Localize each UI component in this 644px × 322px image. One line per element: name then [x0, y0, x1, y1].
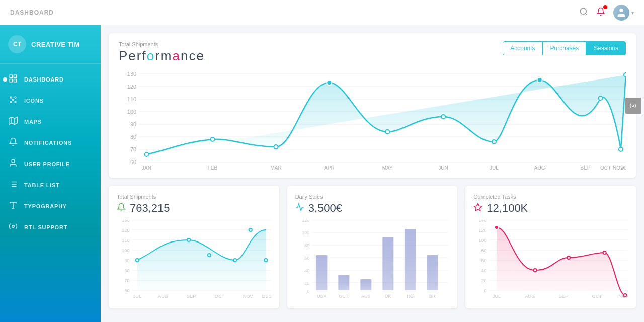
card-total-shipments-chart: 130 120 110 100 90 80 70 60 [117, 220, 271, 300]
sidebar-item-label-maps: MAPS [24, 119, 42, 125]
card-label-daily-sales: Daily Sales [295, 194, 450, 200]
svg-text:120: 120 [122, 228, 129, 233]
svg-text:80: 80 [124, 268, 129, 273]
svg-text:JUL: JUL [493, 294, 501, 299]
svg-text:SEP: SEP [559, 294, 568, 299]
svg-text:AUG: AUG [525, 294, 535, 299]
svg-rect-110 [405, 229, 416, 290]
avatar [613, 5, 629, 21]
svg-text:60: 60 [130, 159, 136, 165]
svg-point-2 [619, 9, 623, 12]
settings-button[interactable] [625, 98, 641, 114]
sidebar-logo: CT [8, 35, 26, 53]
svg-text:OCT: OCT [215, 294, 225, 299]
svg-text:100: 100 [302, 230, 309, 235]
top-chart-card: Total Shipments Performance Accounts Pur… [109, 33, 636, 178]
table-list-icon [8, 180, 18, 191]
svg-text:100: 100 [127, 109, 136, 115]
svg-text:JUL: JUL [133, 294, 141, 299]
sidebar-item-dashboard[interactable]: DASHBOARD [0, 69, 101, 90]
svg-point-45 [385, 130, 389, 134]
card-value-total-shipments: 763,215 [117, 202, 271, 215]
svg-point-7 [13, 99, 14, 101]
sidebar-item-typography[interactable]: TYPOGRAPHY [0, 196, 101, 217]
chart-tabs: Accounts Purchases Sessions [503, 41, 626, 55]
svg-point-135 [495, 225, 499, 229]
avatar-button[interactable]: ▾ [613, 5, 634, 21]
topnav-title: DASHBOARD [10, 9, 579, 16]
svg-point-0 [580, 8, 586, 14]
chart-header: Total Shipments Performance Accounts Pur… [119, 41, 626, 64]
svg-marker-118 [474, 204, 482, 211]
sidebar-item-user-profile[interactable]: USER PROFILE [0, 153, 101, 175]
dashboard-icon [8, 74, 18, 85]
svg-text:NOV: NOV [619, 294, 628, 299]
search-button[interactable] [579, 7, 588, 19]
svg-text:80: 80 [130, 134, 136, 140]
svg-text:JAN: JAN [142, 165, 151, 170]
svg-text:UK: UK [385, 294, 391, 299]
svg-text:MAY: MAY [382, 165, 393, 170]
svg-text:USA: USA [317, 294, 327, 299]
sidebar-item-label-icons: ICONS [24, 98, 44, 104]
sidebar-item-notifications[interactable]: NOTIFICATIONS [0, 132, 101, 153]
svg-text:110: 110 [122, 238, 129, 243]
card-daily-sales-value: 3,500€ [308, 202, 342, 215]
tab-accounts[interactable]: Accounts [503, 41, 542, 55]
card-completed-tasks: Completed Tasks 12,100K [465, 186, 636, 308]
svg-text:90: 90 [124, 258, 129, 263]
svg-point-82 [187, 238, 190, 242]
sidebar-item-maps[interactable]: MAPS [0, 111, 101, 132]
icons-icon [8, 95, 18, 106]
svg-text:20: 20 [304, 281, 309, 286]
svg-point-83 [208, 254, 211, 257]
svg-point-51 [624, 73, 626, 77]
svg-text:DEC: DEC [620, 165, 626, 170]
sidebar-item-label-user-profile: USER PROFILE [24, 161, 70, 167]
notifications-sidebar-icon [8, 137, 18, 148]
svg-point-15 [12, 159, 15, 163]
chart-title-block: Total Shipments Performance [119, 41, 205, 64]
svg-text:OCT: OCT [592, 294, 602, 299]
svg-rect-109 [382, 237, 393, 290]
typography-icon [8, 201, 18, 212]
svg-point-50 [619, 147, 623, 151]
sidebar-item-table-list[interactable]: TABLE LIST [0, 175, 101, 196]
svg-text:20: 20 [481, 278, 487, 283]
svg-point-138 [603, 251, 606, 254]
sidebar-item-rtl-support[interactable]: RTL SUPPORT [0, 217, 101, 238]
card-total-shipments-value: 763,215 [130, 202, 170, 215]
svg-point-81 [136, 259, 139, 262]
svg-rect-3 [10, 75, 12, 77]
sales-icon [295, 203, 304, 214]
svg-rect-111 [427, 255, 438, 290]
card-value-completed-tasks: 12,100K [473, 202, 628, 215]
sidebar-brand-name: CREATIVE TIM [31, 41, 80, 48]
svg-text:70: 70 [124, 278, 129, 283]
svg-text:NOV: NOV [243, 294, 254, 299]
svg-point-64 [632, 105, 634, 107]
rtl-support-icon [8, 222, 18, 233]
user-profile-icon [8, 158, 18, 170]
notifications-button[interactable] [596, 7, 605, 19]
sidebar-item-icons[interactable]: ICONS [0, 90, 101, 111]
svg-text:130: 130 [127, 71, 136, 77]
svg-text:DEC: DEC [262, 294, 271, 299]
svg-point-86 [264, 259, 267, 262]
svg-point-48 [537, 77, 542, 83]
svg-text:110: 110 [127, 96, 136, 102]
main-chart-svg: 130 120 110 100 90 80 70 60 [119, 69, 626, 170]
tab-purchases[interactable]: Purchases [543, 41, 587, 55]
sidebar-item-label-table-list: TABLE LIST [24, 182, 60, 188]
tab-sessions[interactable]: Sessions [586, 41, 626, 55]
sidebar-item-label-typography: TYPOGRAPHY [24, 203, 67, 209]
card-daily-sales-chart: 120 100 80 60 40 20 0 [295, 220, 450, 300]
card-label-completed-tasks: Completed Tasks [473, 194, 628, 200]
svg-text:AUS: AUS [361, 294, 371, 299]
svg-text:0: 0 [484, 288, 487, 293]
sidebar-item-label-dashboard: DASHBOARD [24, 76, 64, 83]
card-label-total-shipments: Total Shipments [117, 194, 271, 200]
svg-text:80: 80 [304, 243, 309, 248]
sidebar-brand: CT CREATIVE TIM [0, 25, 101, 64]
svg-point-47 [492, 140, 496, 144]
